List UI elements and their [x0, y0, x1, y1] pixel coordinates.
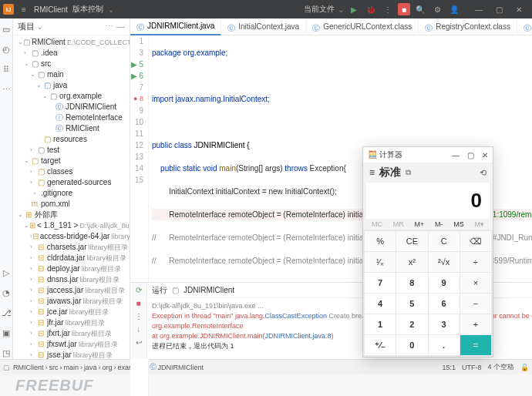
calc-minus[interactable]: − [460, 294, 491, 314]
tree-item[interactable]: JDNIRMIClient [66, 102, 116, 112]
tree-item[interactable]: main [47, 69, 64, 80]
run-settings-icon[interactable]: ⋮ [135, 312, 143, 320]
tree-item[interactable]: jce.jar [47, 307, 68, 317]
tree-item[interactable]: jsse.jar [47, 350, 72, 359]
calc-square[interactable]: x² [396, 252, 427, 272]
search-icon[interactable]: 🔍 [413, 3, 427, 15]
calc-decimal[interactable]: . [429, 335, 460, 355]
calc-sqrt[interactable]: ²√x [429, 252, 460, 272]
calc-c[interactable]: C [429, 231, 460, 251]
calc-2[interactable]: 2 [396, 314, 427, 334]
calc-mplus[interactable]: M+ [414, 220, 424, 228]
tree-item[interactable]: java [53, 80, 67, 91]
tree-item[interactable]: jaccess.jar [47, 285, 83, 296]
calc-plus[interactable]: + [460, 314, 491, 334]
tree-item[interactable]: access-bridge-64.jar [40, 231, 110, 242]
calc-ms[interactable]: MS [453, 220, 464, 228]
tab-registrycontext[interactable]: ⒸRegistryContext.class [419, 18, 517, 35]
calc-6[interactable]: 6 [429, 294, 460, 314]
rerun-icon[interactable]: ⟳ [136, 286, 142, 294]
tree-root[interactable]: RMIClient [32, 37, 66, 48]
calc-reciprocal[interactable]: ¹⁄ₓ [365, 252, 396, 272]
calc-minimize-icon[interactable]: — [452, 151, 460, 159]
calc-divide[interactable]: ÷ [460, 252, 491, 272]
calc-titlebar[interactable]: 🧮 计算器 — ▢ ✕ [363, 147, 493, 163]
terminal-tool-icon[interactable]: ▣ [0, 327, 12, 339]
calc-percent[interactable]: % [365, 231, 396, 251]
tree-item[interactable]: pom.xml [41, 199, 70, 210]
minimize-icon[interactable]: — [469, 2, 489, 17]
tree-item[interactable]: .gitignore [41, 188, 72, 199]
calc-8[interactable]: 8 [396, 273, 427, 293]
calc-3[interactable]: 3 [429, 314, 460, 334]
structure-tool-icon[interactable]: ⠿ [0, 63, 12, 76]
stop-icon[interactable]: ■ [398, 3, 410, 15]
tree-item[interactable]: generated-sources [47, 177, 111, 188]
calc-4[interactable]: 4 [365, 294, 396, 314]
maximize-icon[interactable]: ▢ [489, 2, 509, 17]
run-icon[interactable]: ▶ [347, 3, 361, 15]
tree-item[interactable]: javaws.jar [47, 296, 81, 307]
tree-item[interactable]: .idea [41, 48, 58, 59]
tab-genericurlcontext[interactable]: ⒸGenericURLContext.class [306, 18, 419, 35]
tree-item[interactable]: classes [47, 166, 72, 177]
calc-maximize-icon[interactable]: ▢ [467, 151, 474, 159]
close-icon[interactable]: ✕ [509, 2, 529, 17]
tree-item[interactable]: resources [53, 134, 87, 145]
more-tool-icon[interactable]: ⋯ [0, 83, 12, 96]
tree-item[interactable]: org.example [59, 91, 102, 102]
vcs-menu[interactable]: 版本控制 [72, 4, 103, 15]
settings-icon[interactable]: ⚙ [430, 3, 444, 15]
current-file-selector[interactable]: 当前文件 [304, 4, 335, 15]
tree-item[interactable]: cldrdata.jar [47, 253, 85, 263]
collapse-icon[interactable]: ⋯ [105, 22, 113, 32]
calc-negate[interactable]: ⁺⁄₋ [365, 335, 396, 355]
calc-backspace[interactable]: ⌫ [460, 231, 491, 251]
tree-item[interactable]: RMIClient [66, 123, 99, 134]
tree-item[interactable]: charsets.jar [47, 242, 87, 253]
calc-1[interactable]: 1 [365, 314, 396, 334]
tree-item[interactable]: < 1.8_191 > [37, 220, 78, 231]
tree-item[interactable]: RemoteInterface [66, 112, 123, 123]
calc-menu-icon[interactable]: ≡ [369, 167, 375, 178]
calc-9[interactable]: 9 [429, 273, 460, 293]
calc-7[interactable]: 7 [365, 273, 396, 293]
calculator-window[interactable]: 🧮 计算器 — ▢ ✕ ≡ 标准 ⧉ ⟲ 0 MC MR M+ M- MS M▾… [362, 146, 493, 357]
tree-item[interactable]: src [41, 59, 51, 69]
calc-ce[interactable]: CE [396, 231, 427, 251]
avatar-icon[interactable]: 👤 [447, 3, 461, 15]
commit-tool-icon[interactable]: ◴ [0, 43, 12, 55]
tree-item[interactable]: jfxrt.jar [47, 328, 70, 339]
project-tree[interactable]: ⌄▢RMIClientE:\CODE_COLLECT\Idea_java_Pro… [13, 35, 130, 359]
tree-item[interactable]: jfxswt.jar [47, 339, 77, 350]
problems-tool-icon[interactable]: ◳ [0, 347, 12, 359]
run-config-name[interactable]: JDNIRMIClient [184, 286, 234, 294]
calc-ontop-icon[interactable]: ⧉ [406, 168, 411, 177]
tab-jdnirmiclient[interactable]: ⒸJDNIRMIClient.java [130, 18, 221, 35]
calc-equals[interactable]: = [460, 335, 491, 355]
calc-5[interactable]: 5 [396, 294, 427, 314]
project-tool-icon[interactable]: ▭ [0, 23, 12, 35]
tree-item[interactable]: 外部库 [35, 210, 58, 220]
calc-mminus[interactable]: M- [435, 220, 443, 228]
more-actions-icon[interactable]: ⋮ [381, 3, 395, 15]
status-menu-icon[interactable]: ▢ [3, 364, 10, 371]
hide-panel-icon[interactable]: — [116, 22, 125, 32]
tab-registryimplstub[interactable]: ⒸRegistryImpl_Stub.class [517, 18, 532, 35]
debug-tool-icon[interactable]: ◔ [0, 287, 12, 299]
calc-mlist[interactable]: M▾ [475, 220, 485, 228]
tree-item[interactable]: jfr.jar [47, 317, 64, 328]
calc-mr[interactable]: MR [393, 220, 404, 228]
menu-icon[interactable]: ≡ [19, 4, 29, 15]
scroll-end-icon[interactable]: ↓ [136, 325, 140, 334]
tree-item[interactable]: dnsns.jar [47, 274, 79, 285]
git-tool-icon[interactable]: ⎇ [0, 307, 12, 319]
calc-0[interactable]: 0 [396, 335, 427, 355]
calc-multiply[interactable]: × [460, 273, 491, 293]
tree-item[interactable]: test [47, 145, 59, 156]
calc-mc[interactable]: MC [372, 220, 382, 228]
tree-item[interactable]: target [41, 156, 61, 166]
project-name[interactable]: RMIClient [34, 5, 68, 14]
stop-run-icon[interactable]: ■ [136, 299, 140, 307]
soft-wrap-icon[interactable]: ↩ [136, 338, 142, 347]
